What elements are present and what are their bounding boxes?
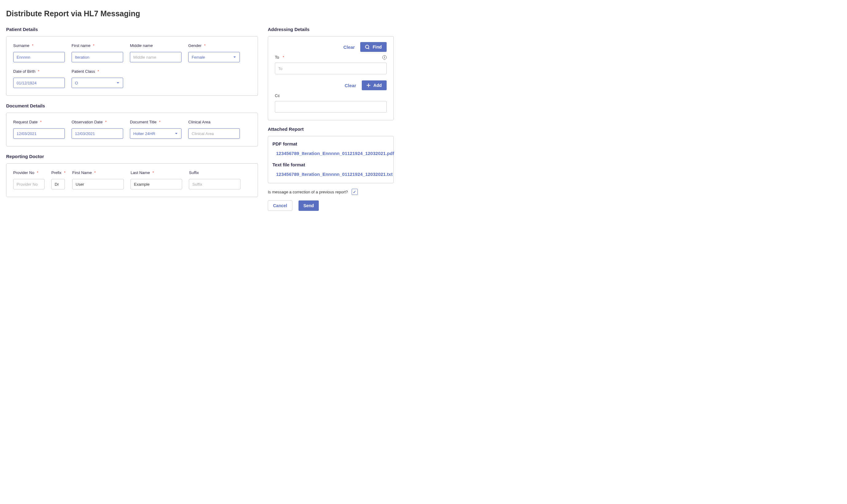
find-button[interactable]: Find — [360, 42, 387, 52]
gender-value: Female — [192, 55, 205, 59]
pdf-file-link[interactable]: 123456789_Iteration_Ennnnn_01121924_1203… — [272, 151, 389, 156]
providerno-label: Provider No — [13, 170, 45, 175]
middlename-input[interactable] — [130, 52, 181, 62]
dob-input[interactable] — [13, 78, 65, 88]
addressing-panel: Clear Find To * i Clear Add — [268, 36, 394, 120]
info-icon[interactable]: i — [382, 55, 387, 59]
pdf-format-heading: PDF format — [272, 141, 389, 146]
gender-label: Gender — [188, 43, 240, 48]
reporting-doctor-header: Reporting Doctor — [6, 154, 258, 159]
patientclass-label: Patient Class — [72, 69, 123, 74]
firstname-label: First name — [72, 43, 123, 48]
send-button[interactable]: Send — [299, 200, 319, 211]
action-row: Cancel Send — [268, 200, 394, 211]
rlastname-input[interactable] — [130, 179, 182, 190]
rsuffix-input[interactable] — [189, 179, 241, 190]
document-details-header: Document Details — [6, 103, 258, 108]
rlastname-label: Last Name — [130, 170, 182, 175]
observationdate-label: Observation Date — [72, 120, 123, 125]
caret-down-icon — [117, 82, 119, 84]
rfirstname-label: First Name — [72, 170, 124, 175]
caret-down-icon — [233, 56, 236, 58]
rsuffix-label: Suffix — [189, 170, 241, 175]
cc-input[interactable] — [275, 101, 387, 113]
requestdate-label: Request Date — [13, 120, 65, 125]
requestdate-input[interactable] — [13, 128, 65, 139]
to-clear-button[interactable]: Clear — [343, 44, 355, 50]
search-icon — [365, 45, 369, 49]
to-required-asterisk: * — [283, 55, 284, 59]
prefix-input[interactable] — [51, 179, 65, 190]
patientclass-select[interactable]: O — [72, 78, 123, 88]
cancel-button[interactable]: Cancel — [268, 200, 293, 211]
middlename-label: Middle name — [130, 43, 181, 48]
txt-format-heading: Text file format — [272, 162, 389, 167]
documenttitle-label: Document Title — [130, 120, 181, 125]
correction-row: Is message a correction of a previous re… — [268, 189, 394, 195]
right-column: Addressing Details Clear Find To * i Cle… — [268, 27, 394, 211]
documenttitle-value: Holter 24HR — [133, 131, 155, 136]
page-title: Distribute Report via HL7 Messaging — [6, 9, 841, 18]
attached-report-panel: PDF format 123456789_Iteration_Ennnnn_01… — [268, 136, 394, 183]
rfirstname-input[interactable] — [72, 179, 124, 190]
document-details-panel: Request Date Observation Date Document T… — [6, 113, 258, 146]
attached-report-header: Attached Report — [268, 126, 394, 132]
patient-details-header: Patient Details — [6, 27, 258, 32]
addressing-details-header: Addressing Details — [268, 27, 394, 32]
reporting-doctor-panel: Provider No Prefix First Name Last Name … — [6, 163, 258, 197]
add-button[interactable]: Add — [362, 80, 387, 90]
correction-checkbox[interactable]: ✓ — [352, 189, 358, 195]
checkmark-icon: ✓ — [353, 190, 356, 194]
observationdate-input[interactable] — [72, 128, 123, 139]
cc-label: Cc — [275, 93, 387, 98]
clinicalarea-input[interactable] — [188, 128, 240, 139]
correction-label: Is message a correction of a previous re… — [268, 190, 348, 194]
add-button-label: Add — [373, 83, 382, 88]
txt-file-link[interactable]: 123456789_Iteration_Ennnnn_01121924_1203… — [272, 172, 389, 177]
gender-select[interactable]: Female — [188, 52, 240, 62]
caret-down-icon — [175, 133, 177, 134]
firstname-input[interactable] — [72, 52, 123, 62]
find-button-label: Find — [372, 44, 382, 50]
to-label: To — [275, 55, 279, 59]
providerno-input[interactable] — [13, 179, 45, 190]
cc-clear-button[interactable]: Clear — [345, 83, 356, 88]
surname-label: Surname — [13, 43, 65, 48]
dob-label: Date of Birth — [13, 69, 65, 74]
patient-details-panel: Surname First name Middle name Gender Fe… — [6, 36, 258, 96]
surname-input[interactable] — [13, 52, 65, 62]
prefix-label: Prefix — [51, 170, 66, 175]
documenttitle-select[interactable]: Holter 24HR — [130, 128, 181, 139]
left-column: Patient Details Surname First name Middl… — [6, 27, 258, 211]
to-input[interactable] — [275, 62, 387, 74]
plus-icon — [367, 84, 370, 87]
patientclass-value: O — [75, 81, 78, 85]
clinicalarea-label: Clinical Area — [188, 120, 240, 125]
